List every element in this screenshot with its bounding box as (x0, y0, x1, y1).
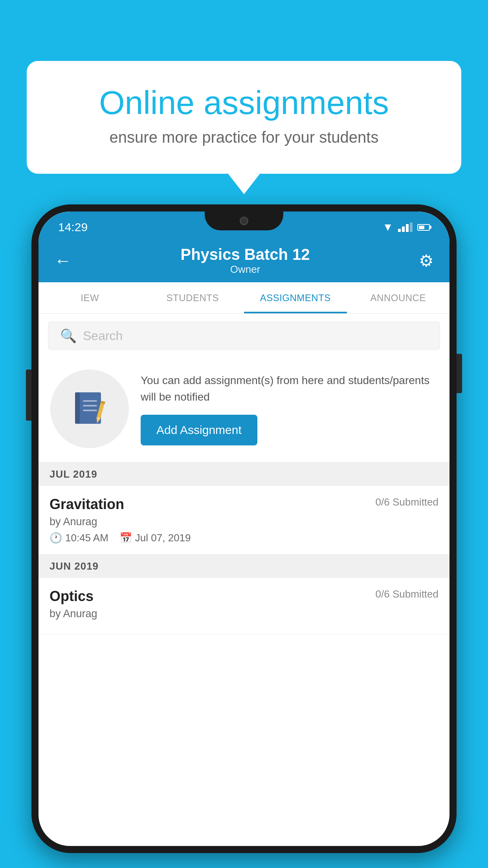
section-header-jun: JUN 2019 (39, 555, 449, 578)
promo-description: You can add assignment(s) from here and … (141, 372, 438, 405)
battery-icon (417, 224, 430, 231)
assignment-name-optics: Optics (50, 588, 94, 605)
screen-content: 🔍 Search (39, 314, 449, 846)
assignment-item-optics[interactable]: Optics 0/6 Submitted by Anurag (39, 578, 449, 634)
assignment-date: Jul 07, 2019 (135, 532, 191, 544)
promo-text-area: You can add assignment(s) from here and … (141, 372, 438, 445)
assignment-icon-circle (50, 370, 129, 448)
phone-notch (205, 211, 283, 230)
assignment-item-gravitation[interactable]: Gravitation 0/6 Submitted by Anurag 🕐 10… (39, 486, 449, 555)
search-icon: 🔍 (60, 328, 77, 344)
notebook-svg-icon (72, 389, 107, 428)
header-center: Physics Batch 12 Owner (180, 246, 310, 276)
tab-iew[interactable]: IEW (39, 282, 141, 313)
tab-assignments[interactable]: ASSIGNMENTS (244, 282, 347, 313)
speech-bubble: Online assignments ensure more practice … (27, 61, 461, 174)
assignment-row-optics: Optics 0/6 Submitted (50, 588, 438, 605)
settings-button[interactable]: ⚙ (419, 251, 434, 270)
tabs-bar: IEW STUDENTS ASSIGNMENTS ANNOUNCE (39, 282, 449, 314)
camera-notch (240, 217, 248, 225)
phone-screen: 14:29 ▼ (39, 211, 449, 846)
signal-icon (398, 223, 413, 232)
assignment-date-meta: 📅 Jul 07, 2019 (119, 532, 191, 544)
header-title: Physics Batch 12 (180, 246, 310, 263)
assignment-time-meta: 🕐 10:45 AM (50, 532, 108, 544)
add-assignment-button[interactable]: Add Assignment (141, 415, 257, 445)
speech-bubble-section: Online assignments ensure more practice … (27, 61, 461, 174)
svg-rect-1 (75, 392, 80, 424)
assignment-meta: 🕐 10:45 AM 📅 Jul 07, 2019 (50, 532, 438, 544)
assignment-submitted-optics: 0/6 Submitted (376, 588, 438, 600)
svg-rect-4 (83, 410, 97, 411)
header-subtitle: Owner (180, 263, 310, 276)
phone-device: 14:29 ▼ (31, 204, 457, 853)
assignment-row: Gravitation 0/6 Submitted (50, 496, 438, 513)
search-bar[interactable]: 🔍 Search (48, 322, 440, 350)
status-time: 14:29 (58, 221, 88, 234)
tab-students[interactable]: STUDENTS (141, 282, 244, 313)
back-button[interactable]: ← (54, 252, 72, 269)
assignment-author-optics: by Anurag (50, 608, 438, 620)
assignment-author: by Anurag (50, 516, 438, 528)
svg-rect-2 (83, 400, 97, 402)
clock-icon: 🕐 (50, 532, 62, 544)
assignment-time: 10:45 AM (65, 532, 108, 544)
add-assignment-promo: You can add assignment(s) from here and … (39, 358, 449, 463)
status-icons: ▼ (382, 221, 430, 234)
app-header: ← Physics Batch 12 Owner ⚙ (39, 239, 449, 282)
speech-bubble-title: Online assignments (58, 85, 430, 121)
calendar-icon: 📅 (119, 532, 132, 544)
speech-bubble-subtitle: ensure more practice for your students (58, 129, 430, 146)
search-placeholder: Search (83, 329, 123, 343)
phone-outer-shell: 14:29 ▼ (31, 204, 457, 853)
assignment-submitted: 0/6 Submitted (376, 496, 438, 508)
svg-rect-3 (83, 405, 97, 406)
assignment-name: Gravitation (50, 496, 124, 513)
wifi-icon: ▼ (382, 221, 393, 234)
search-container: 🔍 Search (39, 314, 449, 358)
tab-announcements[interactable]: ANNOUNCE (347, 282, 450, 313)
section-header-jul: JUL 2019 (39, 463, 449, 486)
